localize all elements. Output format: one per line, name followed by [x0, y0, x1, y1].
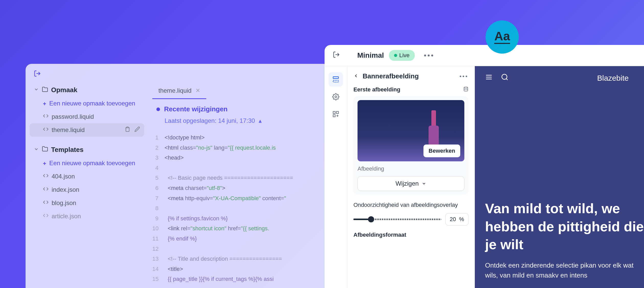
svg-rect-2	[333, 77, 339, 79]
line-number: 6	[152, 183, 165, 193]
code-text: <link rel="shortcut icon" href="{{ setti…	[165, 223, 269, 234]
code-line[interactable]: 11 {% endif %}	[152, 234, 330, 244]
panel-title: Bannerafbeelding	[363, 72, 419, 80]
code-icon	[43, 186, 49, 193]
code-line[interactable]: 15 {{ page_title }}{% if current_tags %}…	[152, 274, 330, 284]
file-item-theme[interactable]: theme.liquid	[30, 123, 144, 137]
folder-icon	[42, 146, 48, 153]
add-template-link[interactable]: + Een nieuwe opmaak toevoegen	[30, 157, 144, 170]
recent-changes-header[interactable]: Recente wijzigingen	[156, 105, 326, 113]
chevron-down-icon	[34, 147, 39, 153]
more-menu-icon[interactable]: •••	[424, 51, 434, 59]
svg-line-15	[506, 79, 508, 80]
first-image-label: Eerste afbeelding	[353, 86, 468, 93]
code-line[interactable]: 1<!doctype html>	[152, 133, 330, 143]
recent-title-text: Recente wijzigingen	[164, 105, 228, 113]
code-line[interactable]: 8	[152, 203, 330, 213]
section-header-templates[interactable]: Templates	[30, 143, 144, 157]
change-button[interactable]: Wijzigen	[358, 176, 464, 191]
panel-menu-icon[interactable]: •••	[459, 73, 468, 80]
code-line[interactable]: 5 <!-- Basic page needs ================…	[152, 173, 330, 183]
code-line[interactable]: 3<head>	[152, 153, 330, 163]
design-rail	[325, 66, 347, 288]
add-layout-link[interactable]: + Een nieuwe opmaak toevoegen	[30, 97, 144, 110]
status-text: Live	[399, 52, 409, 59]
design-panel: Bannerafbeelding ••• Eerste afbeelding	[347, 66, 475, 288]
code-text: <!-- Title and description =============…	[165, 254, 282, 264]
typography-float-button[interactable]: Aa	[486, 20, 519, 54]
delete-icon[interactable]	[125, 126, 130, 134]
file-item-index[interactable]: index.json	[30, 183, 144, 196]
status-dot-icon	[394, 54, 397, 57]
chevron-down-icon	[34, 87, 39, 93]
file-name: index.json	[52, 186, 79, 193]
panel-header: Bannerafbeelding •••	[353, 72, 468, 80]
code-line[interactable]: 9 {% if settings.favicon %}	[152, 213, 330, 224]
brand-name[interactable]: Blazebite	[597, 74, 629, 82]
line-number: 9	[152, 213, 165, 224]
line-number: 4	[152, 163, 165, 173]
svg-rect-7	[333, 115, 335, 117]
sections-rail-button[interactable]	[329, 72, 343, 87]
line-number: 12	[152, 244, 165, 254]
chevron-up-icon: ▴	[259, 117, 262, 124]
line-number: 1	[152, 133, 165, 143]
changes-dot-icon	[156, 107, 160, 111]
code-line[interactable]: 7 <meta http-equiv="X-UA-Compatible" con…	[152, 193, 330, 203]
code-icon	[43, 126, 49, 134]
code-area[interactable]: 1<!doctype html>2<html class="no-js" lan…	[152, 130, 330, 284]
code-line[interactable]: 12	[152, 244, 330, 254]
code-text: <meta http-equiv="X-UA-Compatible" conte…	[165, 193, 286, 203]
code-text: {{ page_title }}{% if current_tags %}{% …	[165, 274, 274, 284]
code-text: <!-- Basic page needs ==================…	[165, 173, 293, 183]
hero-subtext: Ontdek een zinderende selectie pikan voo…	[485, 260, 644, 280]
plus-icon: +	[43, 100, 46, 108]
svg-rect-5	[333, 112, 335, 114]
opacity-label: Ondoorzichtigheid van afbeeldingsoverlay	[353, 201, 468, 209]
code-line[interactable]: 13 <!-- Title and description ==========…	[152, 254, 330, 264]
edit-icon[interactable]	[134, 126, 140, 134]
code-text: <title>	[165, 264, 183, 274]
back-icon[interactable]	[353, 73, 359, 79]
opacity-section: Ondoorzichtigheid van afbeeldingsoverlay…	[353, 201, 468, 225]
database-icon[interactable]	[463, 87, 468, 93]
code-line[interactable]: 4	[152, 163, 330, 173]
file-item-404[interactable]: 404.json	[30, 170, 144, 183]
code-line[interactable]: 10 <link rel="shortcut icon" href="{{ se…	[152, 223, 330, 234]
line-number: 14	[152, 264, 165, 274]
theme-name: Minimal	[357, 51, 384, 59]
code-text: {% if settings.favicon %}	[165, 213, 228, 224]
image-preview[interactable]: Bewerken	[358, 100, 464, 161]
section-title: Opmaak	[51, 86, 77, 94]
exit-icon[interactable]	[333, 51, 340, 60]
editor-tab-theme[interactable]: theme.liquid ✕	[152, 83, 206, 99]
slider-thumb[interactable]	[368, 216, 374, 222]
file-item-article[interactable]: article.json	[30, 210, 144, 223]
exit-icon[interactable]	[34, 71, 41, 79]
code-line[interactable]: 2<html class="no-js" lang="{{ request.lo…	[152, 143, 330, 153]
line-number: 5	[152, 173, 165, 183]
opacity-slider[interactable]	[353, 219, 441, 220]
edit-image-button[interactable]: Bewerken	[423, 145, 460, 157]
recent-changes: Recente wijzigingen Laatst opgeslagen: 1…	[152, 99, 330, 130]
opacity-slider-row: 20 %	[353, 213, 468, 225]
code-icon	[43, 213, 49, 220]
line-number: 11	[152, 234, 165, 244]
section-header-opmaak[interactable]: Opmaak	[30, 83, 144, 97]
aa-icon: Aa	[494, 30, 510, 44]
search-icon[interactable]	[501, 73, 509, 83]
file-item-password[interactable]: password.liquid	[30, 110, 144, 123]
section-title: Templates	[51, 146, 84, 154]
editor-header	[26, 64, 330, 83]
file-item-blog[interactable]: blog.json	[30, 196, 144, 210]
apps-rail-button[interactable]	[329, 107, 343, 121]
code-line[interactable]: 6 <meta charset="utf-8">	[152, 183, 330, 193]
opacity-value[interactable]: 20 %	[445, 213, 468, 225]
code-line[interactable]: 14 <title>	[152, 264, 330, 274]
line-number: 2	[152, 143, 165, 153]
settings-rail-button[interactable]	[329, 90, 343, 104]
add-text: Een nieuwe opmaak toevoegen	[49, 99, 135, 108]
code-text: {% endif %}	[165, 234, 197, 244]
hamburger-icon[interactable]	[485, 73, 493, 83]
close-icon[interactable]: ✕	[195, 87, 200, 94]
